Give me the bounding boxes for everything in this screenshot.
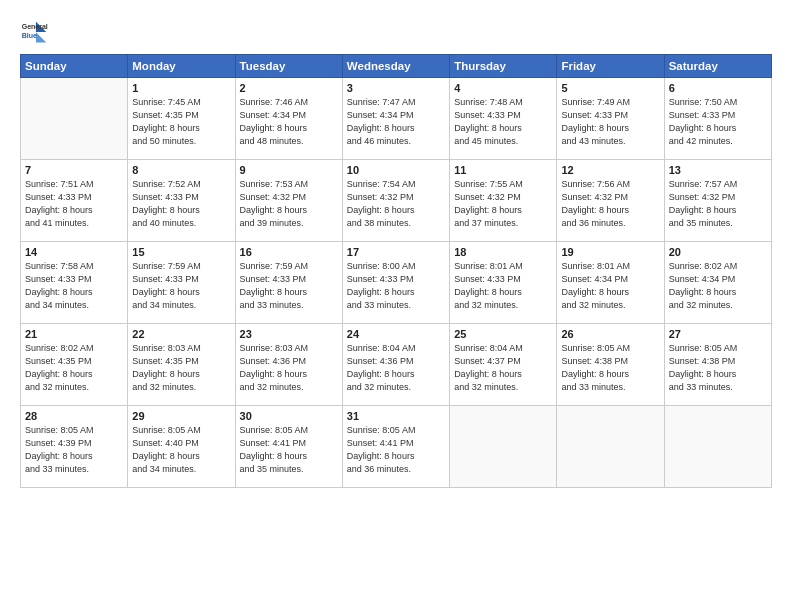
day-number: 23 [240, 328, 338, 340]
day-number: 10 [347, 164, 445, 176]
calendar-cell: 26Sunrise: 8:05 AMSunset: 4:38 PMDayligh… [557, 324, 664, 406]
calendar-cell: 14Sunrise: 7:58 AMSunset: 4:33 PMDayligh… [21, 242, 128, 324]
day-detail: Sunrise: 7:50 AMSunset: 4:33 PMDaylight:… [669, 96, 767, 148]
day-number: 27 [669, 328, 767, 340]
calendar-cell: 17Sunrise: 8:00 AMSunset: 4:33 PMDayligh… [342, 242, 449, 324]
logo-icon: General Blue [20, 18, 48, 46]
day-detail: Sunrise: 8:04 AMSunset: 4:37 PMDaylight:… [454, 342, 552, 394]
svg-text:General: General [22, 23, 48, 30]
day-number: 19 [561, 246, 659, 258]
calendar-cell [557, 406, 664, 488]
calendar-week-row: 21Sunrise: 8:02 AMSunset: 4:35 PMDayligh… [21, 324, 772, 406]
calendar-header: SundayMondayTuesdayWednesdayThursdayFrid… [21, 55, 772, 78]
day-detail: Sunrise: 8:03 AMSunset: 4:35 PMDaylight:… [132, 342, 230, 394]
day-detail: Sunrise: 8:00 AMSunset: 4:33 PMDaylight:… [347, 260, 445, 312]
day-number: 1 [132, 82, 230, 94]
day-detail: Sunrise: 8:05 AMSunset: 4:38 PMDaylight:… [561, 342, 659, 394]
day-detail: Sunrise: 8:05 AMSunset: 4:41 PMDaylight:… [347, 424, 445, 476]
day-number: 5 [561, 82, 659, 94]
calendar-cell: 27Sunrise: 8:05 AMSunset: 4:38 PMDayligh… [664, 324, 771, 406]
weekday-row: SundayMondayTuesdayWednesdayThursdayFrid… [21, 55, 772, 78]
day-detail: Sunrise: 8:05 AMSunset: 4:41 PMDaylight:… [240, 424, 338, 476]
calendar-cell: 21Sunrise: 8:02 AMSunset: 4:35 PMDayligh… [21, 324, 128, 406]
calendar-cell [664, 406, 771, 488]
calendar-body: 1Sunrise: 7:45 AMSunset: 4:35 PMDaylight… [21, 78, 772, 488]
day-number: 30 [240, 410, 338, 422]
calendar: SundayMondayTuesdayWednesdayThursdayFrid… [20, 54, 772, 488]
header: General Blue [20, 18, 772, 46]
day-number: 22 [132, 328, 230, 340]
day-detail: Sunrise: 8:03 AMSunset: 4:36 PMDaylight:… [240, 342, 338, 394]
day-number: 12 [561, 164, 659, 176]
calendar-cell [21, 78, 128, 160]
calendar-cell: 20Sunrise: 8:02 AMSunset: 4:34 PMDayligh… [664, 242, 771, 324]
day-detail: Sunrise: 7:51 AMSunset: 4:33 PMDaylight:… [25, 178, 123, 230]
day-detail: Sunrise: 7:59 AMSunset: 4:33 PMDaylight:… [132, 260, 230, 312]
day-detail: Sunrise: 8:04 AMSunset: 4:36 PMDaylight:… [347, 342, 445, 394]
day-detail: Sunrise: 7:54 AMSunset: 4:32 PMDaylight:… [347, 178, 445, 230]
weekday-header: Thursday [450, 55, 557, 78]
day-number: 4 [454, 82, 552, 94]
day-number: 28 [25, 410, 123, 422]
day-number: 7 [25, 164, 123, 176]
day-number: 14 [25, 246, 123, 258]
day-number: 20 [669, 246, 767, 258]
calendar-week-row: 1Sunrise: 7:45 AMSunset: 4:35 PMDaylight… [21, 78, 772, 160]
day-number: 25 [454, 328, 552, 340]
weekday-header: Tuesday [235, 55, 342, 78]
calendar-cell: 23Sunrise: 8:03 AMSunset: 4:36 PMDayligh… [235, 324, 342, 406]
day-detail: Sunrise: 8:01 AMSunset: 4:33 PMDaylight:… [454, 260, 552, 312]
day-detail: Sunrise: 7:57 AMSunset: 4:32 PMDaylight:… [669, 178, 767, 230]
calendar-cell: 5Sunrise: 7:49 AMSunset: 4:33 PMDaylight… [557, 78, 664, 160]
calendar-cell: 28Sunrise: 8:05 AMSunset: 4:39 PMDayligh… [21, 406, 128, 488]
svg-text:Blue: Blue [22, 32, 37, 39]
day-detail: Sunrise: 7:46 AMSunset: 4:34 PMDaylight:… [240, 96, 338, 148]
day-number: 18 [454, 246, 552, 258]
logo: General Blue [20, 18, 52, 46]
day-number: 17 [347, 246, 445, 258]
day-detail: Sunrise: 7:56 AMSunset: 4:32 PMDaylight:… [561, 178, 659, 230]
calendar-cell: 3Sunrise: 7:47 AMSunset: 4:34 PMDaylight… [342, 78, 449, 160]
calendar-cell: 12Sunrise: 7:56 AMSunset: 4:32 PMDayligh… [557, 160, 664, 242]
day-number: 15 [132, 246, 230, 258]
page: General Blue SundayMondayTuesdayWednesda… [0, 0, 792, 612]
day-detail: Sunrise: 7:49 AMSunset: 4:33 PMDaylight:… [561, 96, 659, 148]
day-number: 24 [347, 328, 445, 340]
day-number: 11 [454, 164, 552, 176]
calendar-cell: 24Sunrise: 8:04 AMSunset: 4:36 PMDayligh… [342, 324, 449, 406]
calendar-cell: 4Sunrise: 7:48 AMSunset: 4:33 PMDaylight… [450, 78, 557, 160]
day-number: 2 [240, 82, 338, 94]
weekday-header: Friday [557, 55, 664, 78]
day-detail: Sunrise: 8:02 AMSunset: 4:35 PMDaylight:… [25, 342, 123, 394]
day-number: 6 [669, 82, 767, 94]
day-number: 13 [669, 164, 767, 176]
calendar-cell: 19Sunrise: 8:01 AMSunset: 4:34 PMDayligh… [557, 242, 664, 324]
weekday-header: Monday [128, 55, 235, 78]
calendar-cell: 2Sunrise: 7:46 AMSunset: 4:34 PMDaylight… [235, 78, 342, 160]
day-detail: Sunrise: 8:01 AMSunset: 4:34 PMDaylight:… [561, 260, 659, 312]
calendar-cell: 30Sunrise: 8:05 AMSunset: 4:41 PMDayligh… [235, 406, 342, 488]
calendar-week-row: 7Sunrise: 7:51 AMSunset: 4:33 PMDaylight… [21, 160, 772, 242]
day-detail: Sunrise: 8:02 AMSunset: 4:34 PMDaylight:… [669, 260, 767, 312]
calendar-cell: 31Sunrise: 8:05 AMSunset: 4:41 PMDayligh… [342, 406, 449, 488]
day-number: 31 [347, 410, 445, 422]
calendar-cell: 8Sunrise: 7:52 AMSunset: 4:33 PMDaylight… [128, 160, 235, 242]
calendar-cell: 11Sunrise: 7:55 AMSunset: 4:32 PMDayligh… [450, 160, 557, 242]
calendar-cell: 18Sunrise: 8:01 AMSunset: 4:33 PMDayligh… [450, 242, 557, 324]
day-detail: Sunrise: 7:59 AMSunset: 4:33 PMDaylight:… [240, 260, 338, 312]
calendar-week-row: 28Sunrise: 8:05 AMSunset: 4:39 PMDayligh… [21, 406, 772, 488]
day-detail: Sunrise: 8:05 AMSunset: 4:39 PMDaylight:… [25, 424, 123, 476]
day-detail: Sunrise: 7:55 AMSunset: 4:32 PMDaylight:… [454, 178, 552, 230]
day-number: 3 [347, 82, 445, 94]
day-number: 21 [25, 328, 123, 340]
day-detail: Sunrise: 7:48 AMSunset: 4:33 PMDaylight:… [454, 96, 552, 148]
day-detail: Sunrise: 8:05 AMSunset: 4:38 PMDaylight:… [669, 342, 767, 394]
day-number: 16 [240, 246, 338, 258]
calendar-cell: 16Sunrise: 7:59 AMSunset: 4:33 PMDayligh… [235, 242, 342, 324]
calendar-cell [450, 406, 557, 488]
calendar-cell: 13Sunrise: 7:57 AMSunset: 4:32 PMDayligh… [664, 160, 771, 242]
calendar-cell: 9Sunrise: 7:53 AMSunset: 4:32 PMDaylight… [235, 160, 342, 242]
calendar-cell: 25Sunrise: 8:04 AMSunset: 4:37 PMDayligh… [450, 324, 557, 406]
day-number: 29 [132, 410, 230, 422]
calendar-cell: 1Sunrise: 7:45 AMSunset: 4:35 PMDaylight… [128, 78, 235, 160]
